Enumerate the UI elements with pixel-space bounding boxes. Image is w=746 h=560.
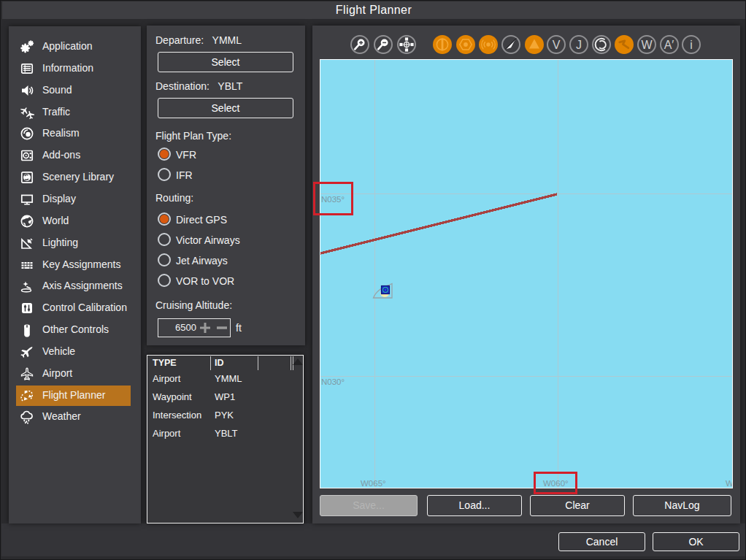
svg-text:W0: W0 (726, 479, 732, 488)
svg-text:N030°: N030° (321, 377, 345, 386)
svg-text:W065°: W065° (361, 479, 386, 488)
